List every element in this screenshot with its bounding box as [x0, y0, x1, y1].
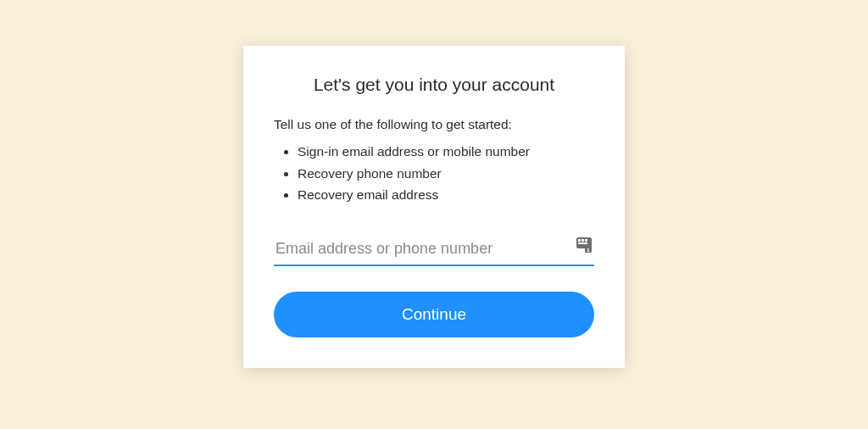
identifier-input[interactable] — [274, 235, 594, 266]
identifier-input-row: 1 — [274, 235, 594, 266]
continue-button[interactable]: Continue — [274, 292, 594, 337]
card-title: Let's get you into your account — [274, 75, 594, 95]
list-item: Recovery email address — [298, 184, 594, 206]
list-item: Recovery phone number — [298, 163, 594, 185]
svg-rect-3 — [585, 239, 587, 242]
options-list: Sign-in email address or mobile number R… — [274, 141, 594, 206]
svg-rect-1 — [578, 239, 581, 242]
svg-rect-4 — [578, 242, 587, 244]
password-manager-icon[interactable]: 1 — [576, 237, 593, 254]
account-recovery-card: Let's get you into your account Tell us … — [243, 46, 625, 368]
svg-rect-2 — [581, 239, 584, 242]
list-item: Sign-in email address or mobile number — [298, 141, 594, 163]
prompt-text: Tell us one of the following to get star… — [274, 117, 594, 132]
